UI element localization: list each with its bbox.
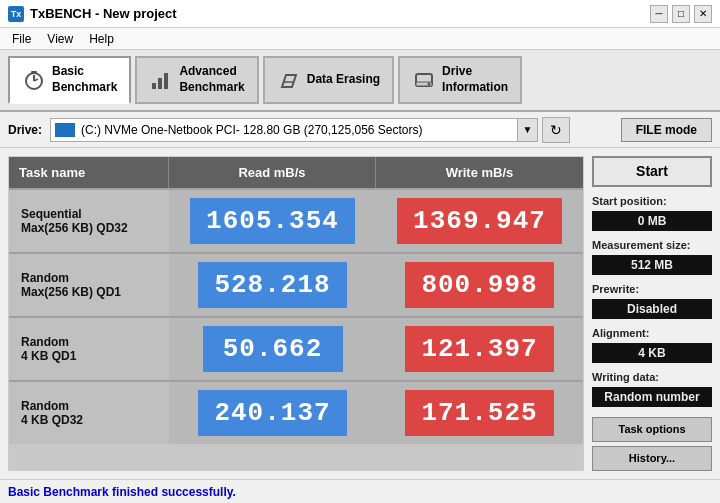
data-erasing-label: Data Erasing	[307, 72, 380, 88]
row2-write-value: 800.998	[405, 262, 553, 308]
row1-read-value: 1605.354	[190, 198, 355, 244]
header-read: Read mB/s	[169, 157, 376, 188]
right-panel: Start Start position: 0 MB Measurement s…	[592, 156, 712, 471]
svg-point-11	[428, 83, 431, 86]
table-row: Sequential Max(256 KB) QD32 1605.354 136…	[9, 188, 583, 252]
row2-write-cell: 800.998	[376, 254, 583, 316]
toolbar-advanced-benchmark[interactable]: Advanced Benchmark	[135, 56, 258, 104]
window-controls: ─ □ ✕	[650, 5, 712, 23]
row4-name: Random 4 KB QD32	[9, 382, 169, 444]
title-bar-left: Tx TxBENCH - New project	[8, 6, 177, 22]
advanced-benchmark-label: Advanced Benchmark	[179, 64, 244, 95]
chart-icon	[149, 68, 173, 92]
basic-benchmark-label: Basic Benchmark	[52, 64, 117, 95]
drive-row: Drive: (C:) NVMe One-Netbook PCI- 128.80…	[0, 112, 720, 148]
row4-read-cell: 240.137	[169, 382, 376, 444]
row3-write-cell: 121.397	[376, 318, 583, 380]
menu-file[interactable]: File	[4, 31, 39, 47]
close-button[interactable]: ✕	[694, 5, 712, 23]
erasing-icon	[277, 68, 301, 92]
history-button[interactable]: History...	[592, 446, 712, 471]
minimize-button[interactable]: ─	[650, 5, 668, 23]
row2-name: Random Max(256 KB) QD1	[9, 254, 169, 316]
toolbar-basic-benchmark[interactable]: Basic Benchmark	[8, 56, 131, 104]
drive-select-value: (C:) NVMe One-Netbook PCI- 128.80 GB (27…	[81, 123, 423, 137]
svg-marker-7	[282, 75, 296, 87]
row1-read-cell: 1605.354	[169, 190, 376, 252]
measurement-size-label: Measurement size:	[592, 239, 712, 251]
row4-write-value: 171.525	[405, 390, 553, 436]
file-mode-button[interactable]: FILE mode	[621, 118, 712, 142]
main-content: Task name Read mB/s Write mB/s Sequentia…	[0, 148, 720, 479]
alignment-value: 4 KB	[592, 343, 712, 363]
row2-read-value: 528.218	[198, 262, 346, 308]
task-options-button[interactable]: Task options	[592, 417, 712, 442]
menu-bar: File View Help	[0, 28, 720, 50]
drive-label: Drive:	[8, 123, 42, 137]
status-text: Basic Benchmark finished successfully.	[8, 485, 236, 499]
row3-name: Random 4 KB QD1	[9, 318, 169, 380]
status-bar: Basic Benchmark finished successfully.	[0, 479, 720, 503]
app-icon: Tx	[8, 6, 24, 22]
start-position-label: Start position:	[592, 195, 712, 207]
start-position-value: 0 MB	[592, 211, 712, 231]
drive-dropdown-arrow[interactable]: ▼	[518, 118, 538, 142]
drive-information-label: Drive Information	[442, 64, 508, 95]
svg-rect-4	[152, 83, 156, 89]
svg-rect-3	[31, 71, 37, 73]
toolbar-drive-information[interactable]: Drive Information	[398, 56, 522, 104]
header-write: Write mB/s	[376, 157, 583, 188]
title-bar: Tx TxBENCH - New project ─ □ ✕	[0, 0, 720, 28]
row4-read-value: 240.137	[198, 390, 346, 436]
start-button[interactable]: Start	[592, 156, 712, 187]
benchmark-table: Task name Read mB/s Write mB/s Sequentia…	[8, 156, 584, 471]
drive-icon	[412, 68, 436, 92]
header-task-name: Task name	[9, 157, 169, 188]
drive-refresh-button[interactable]: ↻	[542, 117, 570, 143]
row4-write-cell: 171.525	[376, 382, 583, 444]
row1-write-cell: 1369.947	[376, 190, 583, 252]
menu-help[interactable]: Help	[81, 31, 122, 47]
drive-type-icon	[55, 123, 75, 137]
maximize-button[interactable]: □	[672, 5, 690, 23]
measurement-size-value: 512 MB	[592, 255, 712, 275]
prewrite-value: Disabled	[592, 299, 712, 319]
row3-write-value: 121.397	[405, 326, 553, 372]
row3-read-value: 50.662	[203, 326, 343, 372]
row3-read-cell: 50.662	[169, 318, 376, 380]
toolbar-data-erasing[interactable]: Data Erasing	[263, 56, 394, 104]
svg-rect-6	[164, 73, 168, 89]
toolbar: Basic Benchmark Advanced Benchmark Data …	[0, 50, 720, 112]
table-row: Random 4 KB QD32 240.137 171.525	[9, 380, 583, 444]
timer-icon	[22, 68, 46, 92]
window-title: TxBENCH - New project	[30, 6, 177, 21]
table-row: Random 4 KB QD1 50.662 121.397	[9, 316, 583, 380]
table-row: Random Max(256 KB) QD1 528.218 800.998	[9, 252, 583, 316]
prewrite-label: Prewrite:	[592, 283, 712, 295]
svg-rect-5	[158, 78, 162, 89]
row1-name: Sequential Max(256 KB) QD32	[9, 190, 169, 252]
alignment-label: Alignment:	[592, 327, 712, 339]
menu-view[interactable]: View	[39, 31, 81, 47]
row1-write-value: 1369.947	[397, 198, 562, 244]
writing-data-value: Random number	[592, 387, 712, 407]
row2-read-cell: 528.218	[169, 254, 376, 316]
writing-data-label: Writing data:	[592, 371, 712, 383]
table-header: Task name Read mB/s Write mB/s	[9, 157, 583, 188]
